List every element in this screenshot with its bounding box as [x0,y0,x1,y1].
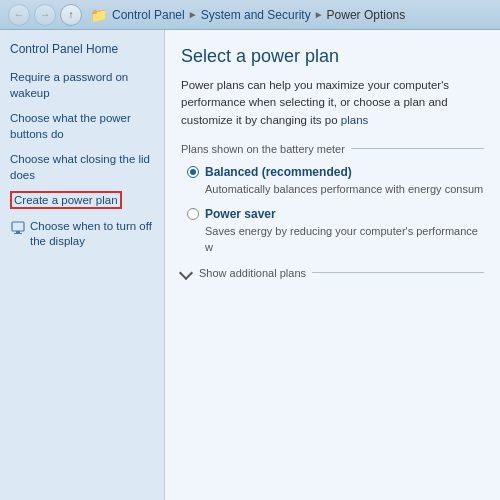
plan-power-saver-label: Power saver [187,207,484,221]
sidebar: Control Panel Home Require a password on… [0,30,165,500]
main-container: Control Panel Home Require a password on… [0,30,500,500]
folder-icon: 📁 [88,5,108,25]
chevron-down-icon [179,266,193,280]
plans-section: Plans shown on the battery meter Balance… [181,143,484,255]
sidebar-links: Require a password on wakeup Choose what… [10,70,154,250]
additional-plans-label: Show additional plans [199,267,306,279]
svg-rect-0 [12,222,24,231]
sidebar-item-closing-lid[interactable]: Choose what closing the lid does [10,152,154,183]
back-button[interactable]: ← [8,4,30,26]
svg-rect-2 [14,233,22,234]
breadcrumb-sep-2: ► [314,9,324,20]
plans-link[interactable]: plans [341,114,369,126]
content-area: Select a power plan Power plans can help… [165,30,500,500]
plan-balanced-desc: Automatically balances performance with … [187,182,484,197]
additional-plans-toggle[interactable]: Show additional plans [181,267,484,279]
sidebar-item-create-plan[interactable]: Create a power plan [10,191,122,209]
sidebar-item-require-password[interactable]: Require a password on wakeup [10,70,154,101]
radio-balanced[interactable] [187,166,199,178]
plan-balanced-label: Balanced (recommended) [187,165,484,179]
sidebar-item-turn-off-display[interactable]: Choose when to turn off the display [30,219,154,250]
plan-power-saver-name: Power saver [205,207,276,221]
breadcrumb-control-panel[interactable]: Control Panel [112,8,185,22]
up-button[interactable]: ↑ [60,4,82,26]
title-bar: ← → ↑ 📁 Control Panel ► System and Secur… [0,0,500,30]
sidebar-item-turn-off-display-wrapper: Choose when to turn off the display [10,219,154,250]
plans-battery-header: Plans shown on the battery meter [181,143,484,155]
radio-power-saver[interactable] [187,208,199,220]
plan-balanced-name: Balanced (recommended) [205,165,352,179]
breadcrumb: Control Panel ► System and Security ► Po… [112,8,405,22]
display-icon [10,220,26,236]
breadcrumb-sep-1: ► [188,9,198,20]
sidebar-home-link[interactable]: Control Panel Home [10,42,154,56]
plan-power-saver-desc: Saves energy by reducing your computer's… [187,224,484,255]
nav-buttons: ← → ↑ [8,4,82,26]
plan-item-balanced[interactable]: Balanced (recommended) Automatically bal… [181,165,484,197]
breadcrumb-system-security[interactable]: System and Security [201,8,311,22]
page-title: Select a power plan [181,46,484,67]
forward-button[interactable]: → [34,4,56,26]
content-description: Power plans can help you maximize your c… [181,77,484,129]
breadcrumb-power-options: Power Options [327,8,406,22]
svg-rect-1 [16,231,20,233]
sidebar-item-power-buttons[interactable]: Choose what the power buttons do [10,111,154,142]
sidebar-item-create-plan-wrapper: Create a power plan [10,193,154,209]
plan-item-power-saver[interactable]: Power saver Saves energy by reducing you… [181,207,484,255]
